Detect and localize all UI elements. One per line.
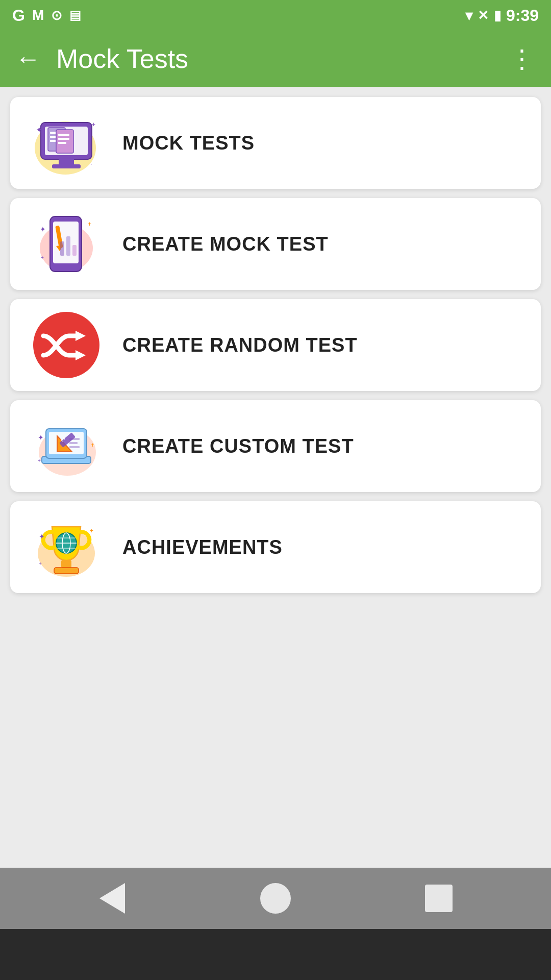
app-bar: ← Mock Tests ⋮ (0, 31, 551, 87)
menu-list: ✦ + · MOCK TESTS (0, 87, 551, 868)
svg-text:+: + (90, 527, 93, 534)
svg-text:+: + (92, 121, 95, 128)
svg-rect-10 (58, 134, 69, 136)
svg-text:+: + (91, 442, 94, 449)
create-random-test-icon (26, 304, 107, 386)
create-random-test-item[interactable]: CREATE RANDOM TEST (10, 299, 541, 391)
recent-nav-button[interactable] (418, 878, 459, 919)
svg-rect-39 (69, 442, 78, 444)
achievements-item[interactable]: ✦ + + ACHIEVEMENTS (10, 501, 541, 593)
svg-text:+: + (41, 255, 44, 260)
svg-text:·: · (91, 161, 92, 167)
svg-text:✦: ✦ (36, 126, 42, 134)
signal-icon: ✕ (478, 8, 489, 23)
gmail-icon: M (32, 7, 44, 23)
clock: 9:39 (506, 6, 539, 25)
system-bar (0, 929, 551, 980)
create-custom-test-icon: ✦ + + (26, 405, 107, 487)
svg-rect-46 (54, 568, 79, 574)
svg-rect-4 (52, 164, 81, 168)
svg-rect-12 (58, 142, 66, 144)
globe-icon: ⊙ (51, 8, 62, 23)
achievements-label: ACHIEVEMENTS (122, 536, 283, 558)
svg-rect-23 (72, 245, 77, 256)
status-bar: G M ⊙ ▤ ▾ ✕ ▮ 9:39 (0, 0, 551, 31)
svg-text:+: + (38, 458, 41, 463)
svg-text:+: + (88, 220, 91, 228)
create-custom-test-label: CREATE CUSTOM TEST (122, 435, 354, 457)
svg-rect-11 (58, 138, 69, 140)
sd-icon: ▤ (69, 8, 81, 22)
svg-rect-3 (59, 159, 74, 164)
create-mock-test-item[interactable]: ✦ + + CREATE MOCK TEST (10, 198, 541, 290)
svg-text:✦: ✦ (38, 433, 44, 442)
svg-text:+: + (39, 561, 42, 567)
svg-rect-21 (60, 241, 64, 256)
google-icon: G (12, 6, 25, 25)
back-nav-button[interactable] (92, 878, 133, 919)
status-bar-left: G M ⊙ ▤ (12, 6, 81, 25)
svg-rect-38 (69, 438, 80, 440)
svg-point-27 (33, 312, 99, 378)
svg-rect-9 (56, 130, 73, 153)
status-bar-right: ▾ ✕ ▮ 9:39 (465, 6, 539, 25)
page-title: Mock Tests (56, 43, 494, 74)
more-options-button[interactable]: ⋮ (509, 44, 536, 74)
mock-tests-item[interactable]: ✦ + · MOCK TESTS (10, 97, 541, 189)
create-mock-test-icon: ✦ + + (26, 203, 107, 285)
wifi-icon: ▾ (465, 7, 472, 24)
svg-text:✦: ✦ (40, 225, 46, 233)
back-button[interactable]: ← (15, 44, 41, 74)
svg-rect-40 (69, 446, 80, 448)
create-mock-test-label: CREATE MOCK TEST (122, 233, 329, 255)
svg-rect-45 (61, 560, 71, 568)
mock-tests-icon: ✦ + · (26, 102, 107, 184)
home-nav-button[interactable] (255, 878, 296, 919)
empty-space (10, 602, 541, 868)
create-custom-test-item[interactable]: ✦ + + CREATE CUSTOM TEST (10, 400, 541, 492)
svg-text:✦: ✦ (39, 532, 45, 541)
create-random-test-label: CREATE RANDOM TEST (122, 334, 358, 356)
bottom-nav-bar (0, 868, 551, 929)
mock-tests-label: MOCK TESTS (122, 132, 255, 154)
svg-rect-22 (66, 236, 70, 256)
achievements-icon: ✦ + + (26, 506, 107, 588)
battery-icon: ▮ (494, 8, 501, 23)
